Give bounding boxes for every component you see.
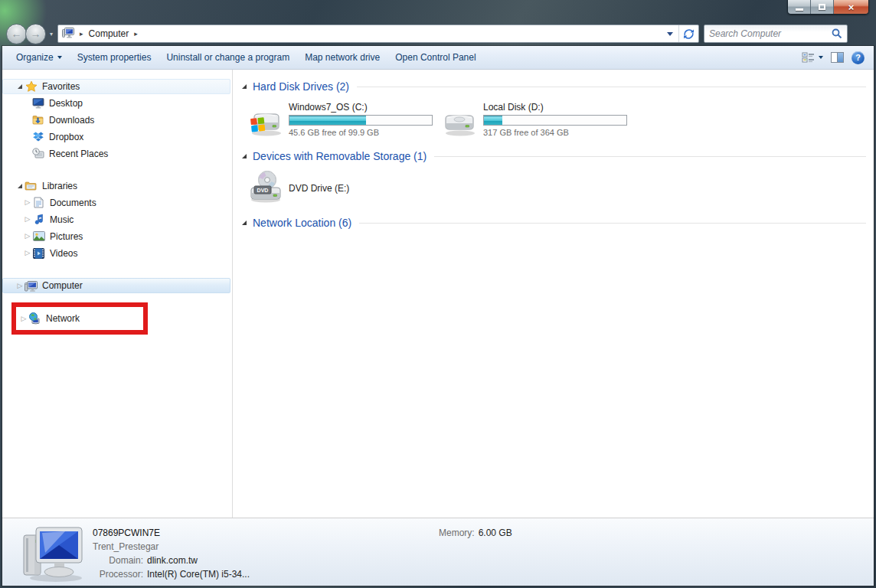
processor-label: Processor:: [93, 567, 143, 581]
pictures-icon: [32, 230, 45, 243]
window-controls: ×: [787, 0, 869, 15]
sidebar-item-label: Dropbox: [49, 132, 83, 142]
tree-collapsed-icon[interactable]: ▷: [25, 199, 31, 206]
explorer-window-body: Organize System properties Uninstall or …: [2, 46, 874, 586]
tree-collapsed-icon[interactable]: ▷: [18, 283, 23, 289]
capacity-bar: [483, 115, 627, 126]
drive-name: Local Disk (D:): [483, 102, 627, 113]
organize-button[interactable]: Organize: [8, 49, 70, 66]
sidebar-item-pictures[interactable]: ▷ Pictures: [2, 228, 230, 244]
tree-collapsed-icon[interactable]: ▷: [25, 216, 31, 223]
dvd-drive-item[interactable]: DVD DVD Drive (E:): [248, 170, 866, 206]
preview-pane-left: [832, 53, 837, 62]
refresh-button[interactable]: [678, 25, 698, 42]
breadcrumb-arrow-icon: ▸: [80, 30, 83, 38]
sidebar-item-recent-places[interactable]: Recent Places: [2, 145, 230, 162]
uninstall-program-button[interactable]: Uninstall or change a program: [159, 49, 297, 66]
sidebar-item-documents[interactable]: ▷ Documents: [2, 194, 230, 211]
domain-row: Domain:dlink.com.tw: [93, 554, 250, 567]
search-icon[interactable]: [832, 28, 842, 39]
drive-item-d[interactable]: Local Disk (D:) 317 GB free of 364 GB: [443, 102, 637, 139]
sidebar-item-computer[interactable]: ▷ Computer: [2, 278, 230, 293]
group-header-network-location[interactable]: Network Location (6): [242, 215, 866, 230]
group-expanded-icon[interactable]: [242, 154, 247, 158]
sidebar-item-music[interactable]: ▷ Music: [2, 211, 230, 227]
map-network-drive-button[interactable]: Map network drive: [297, 49, 387, 66]
favorites-star-icon: [25, 80, 38, 93]
close-button[interactable]: ×: [834, 0, 868, 14]
search-input[interactable]: [709, 28, 832, 39]
sidebar-item-downloads[interactable]: Downloads: [2, 112, 230, 128]
items-view: Hard Disk Drives (2) Windows7_OS (C:) 45…: [233, 70, 874, 518]
tree-collapsed-icon[interactable]: ▷: [25, 233, 31, 240]
drive-item-c[interactable]: Windows7_OS (C:) 45.6 GB free of 99.9 GB: [248, 102, 443, 139]
libraries-icon: [25, 180, 38, 192]
navigation-bar: ← → ▾ ▸ Computer ▸: [0, 23, 876, 44]
processor-row: Processor:Intel(R) Core(TM) i5-34...: [93, 567, 250, 581]
group-expanded-icon[interactable]: [242, 220, 247, 225]
forward-button[interactable]: →: [25, 24, 46, 44]
hard-drive-icon: [443, 109, 478, 139]
search-box[interactable]: [704, 24, 848, 43]
sidebar-item-libraries[interactable]: Libraries: [2, 178, 230, 194]
breadcrumb-item-computer[interactable]: Computer: [89, 28, 129, 39]
navigation-pane: Favorites Desktop Downloads Dropbox: [2, 70, 233, 518]
sidebar-item-network[interactable]: ▷ Network: [16, 307, 143, 330]
tree-expanded-icon[interactable]: [18, 84, 22, 89]
dvd-drive-icon: DVD: [248, 170, 283, 206]
address-bar[interactable]: ▸ Computer ▸: [57, 24, 699, 43]
sidebar-item-label: Recent Places: [49, 149, 108, 159]
system-properties-button[interactable]: System properties: [70, 49, 159, 66]
domain-value: dlink.com.tw: [147, 555, 198, 566]
group-header-removable-storage[interactable]: Devices with Removable Storage (1): [242, 149, 866, 164]
sidebar-item-dropbox[interactable]: Dropbox: [2, 129, 230, 145]
tree-collapsed-icon[interactable]: ▷: [25, 250, 31, 256]
breadcrumb[interactable]: ▸ Computer ▸: [58, 25, 662, 42]
group-header-hard-disk-drives[interactable]: Hard Disk Drives (2): [242, 79, 866, 94]
group-rule: [434, 156, 866, 157]
minimize-button[interactable]: [788, 0, 811, 14]
refresh-icon: [683, 28, 695, 40]
details-left-column: 07869PCWIN7E Trent_Prestegar Domain:dlin…: [93, 526, 250, 581]
sidebar-item-favorites[interactable]: Favorites: [2, 79, 230, 94]
network-icon: [28, 312, 41, 325]
group-expanded-icon[interactable]: [242, 84, 247, 89]
group-title[interactable]: Hard Disk Drives (2): [253, 80, 349, 93]
chevron-down-icon: [57, 56, 62, 59]
group-title[interactable]: Devices with Removable Storage (1): [253, 150, 427, 162]
memory-label: Memory:: [439, 528, 475, 538]
change-view-button[interactable]: [802, 52, 823, 64]
computer-name: 07869PCWIN7E: [93, 526, 250, 540]
back-button[interactable]: ←: [6, 24, 27, 44]
open-control-panel-button[interactable]: Open Control Panel: [387, 49, 483, 66]
command-toolbar: Organize System properties Uninstall or …: [2, 46, 874, 70]
sidebar-item-desktop[interactable]: Desktop: [2, 95, 230, 111]
address-dropdown-button[interactable]: [662, 25, 678, 42]
group-title[interactable]: Network Location (6): [253, 217, 351, 229]
recent-pages-dropdown[interactable]: ▾: [50, 31, 53, 38]
tree-collapsed-icon[interactable]: ▷: [21, 315, 27, 322]
maximize-button[interactable]: [811, 0, 834, 14]
drive-capacity-text: 317 GB free of 364 GB: [483, 128, 627, 137]
help-button[interactable]: ?: [851, 51, 865, 64]
explorer-content: Favorites Desktop Downloads Dropbox: [2, 70, 874, 518]
hard-drive-windows-icon: [248, 109, 283, 139]
sidebar-item-label: Videos: [50, 248, 77, 259]
drives-row: Windows7_OS (C:) 45.6 GB free of 99.9 GB…: [248, 102, 866, 139]
details-pane: 07869PCWIN7E Trent_Prestegar Domain:dlin…: [2, 518, 874, 586]
computer-icon: [25, 279, 38, 292]
recent-places-icon: [31, 148, 44, 160]
question-mark-icon: ?: [855, 53, 861, 62]
computer-icon: [62, 27, 74, 41]
preview-pane-button[interactable]: [831, 52, 844, 63]
chevron-down-icon: [667, 32, 673, 36]
minimize-icon: [796, 8, 803, 11]
user-name: Trent_Prestegar: [93, 540, 250, 554]
preview-pane-right: [837, 53, 843, 62]
sidebar-item-videos[interactable]: ▷ Videos: [2, 245, 230, 261]
capacity-bar-fill: [484, 116, 502, 125]
domain-label: Domain:: [93, 554, 143, 567]
svg-text:DVD: DVD: [257, 188, 269, 193]
tree-expanded-icon[interactable]: [18, 184, 22, 188]
processor-value: Intel(R) Core(TM) i5-34...: [147, 569, 250, 580]
